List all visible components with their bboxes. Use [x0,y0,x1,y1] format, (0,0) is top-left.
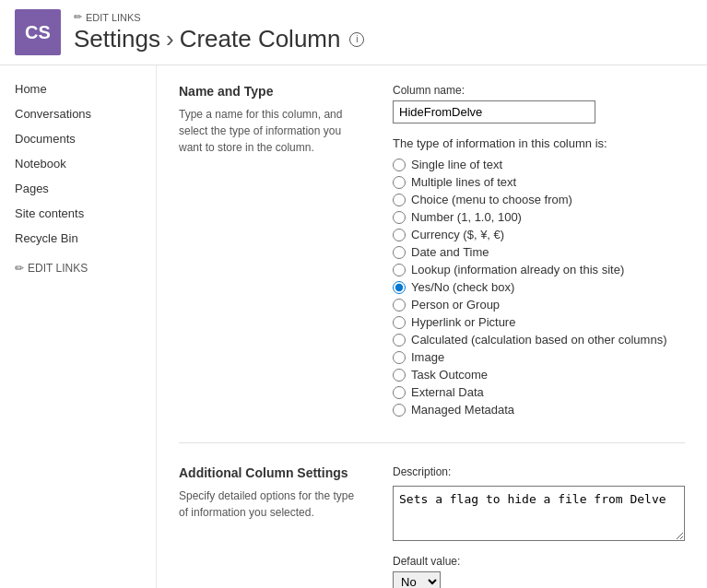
description-label: Description: [393,465,685,478]
name-type-left: Name and Type Type a name for this colum… [179,84,363,420]
additional-settings-left: Additional Column Settings Specify detai… [179,465,363,588]
layout: Home Conversations Documents Notebook Pa… [0,65,707,588]
sidebar-item-documents[interactable]: Documents [0,126,156,151]
sidebar-item-recycle-bin[interactable]: Recycle Bin [0,226,156,251]
radio-group-label: The type of information in this column i… [393,136,685,150]
name-type-desc: Type a name for this column, and select … [179,106,363,156]
name-type-section: Name and Type Type a name for this colum… [179,84,685,420]
radio-managed-metadata-input[interactable] [393,404,406,417]
main-content: Name and Type Type a name for this colum… [157,65,707,588]
radio-task-outcome: Task Outcome [393,368,685,382]
radio-date-time-input[interactable] [393,246,406,259]
column-name-label: Column name: [393,84,685,97]
sidebar-pencil-icon: ✏ [15,262,24,275]
radio-person-group-label: Person or Group [411,298,500,312]
radio-hyperlink: Hyperlink or Picture [393,315,685,329]
radio-lookup-input[interactable] [393,264,406,276]
radio-lookup-label: Lookup (information already on this site… [411,263,624,276]
radio-choice-input[interactable] [393,194,406,206]
additional-settings-title: Additional Column Settings [179,465,363,480]
sidebar-item-home[interactable]: Home [0,76,156,101]
column-name-input[interactable] [393,100,595,123]
title-main: Settings [74,25,160,53]
sidebar-item-conversations[interactable]: Conversations [0,101,156,126]
radio-image-label: Image [411,350,444,364]
radio-task-outcome-input[interactable] [393,369,406,382]
sidebar-item-site-contents[interactable]: Site contents [0,201,156,226]
radio-calculated: Calculated (calculation based on other c… [393,333,685,347]
radio-multi-line: Multiple lines of text [393,175,685,189]
header-edit-links-label: EDIT LINKS [86,12,141,23]
radio-person-group-input[interactable] [393,299,406,312]
radio-external-data-input[interactable] [393,386,406,399]
sidebar-edit-links-label: EDIT LINKS [28,262,88,275]
radio-number-input[interactable] [393,211,406,224]
info-icon[interactable]: i [349,32,364,47]
radio-yes-no-label: Yes/No (check box) [411,280,514,294]
radio-date-time-label: Date and Time [411,245,489,259]
section-divider [179,442,685,443]
sidebar-item-pages[interactable]: Pages [0,176,156,201]
radio-currency: Currency ($, ¥, €) [393,228,685,241]
radio-managed-metadata: Managed Metadata [393,403,685,417]
radio-number: Number (1, 1.0, 100) [393,210,685,224]
radio-person-group: Person or Group [393,298,685,312]
radio-image-input[interactable] [393,351,406,364]
radio-yes-no-input[interactable] [393,281,406,294]
radio-single-line-input[interactable] [393,159,406,171]
radio-hyperlink-input[interactable] [393,316,406,329]
radio-calculated-input[interactable] [393,334,406,347]
radio-single-line: Single line of text [393,158,685,171]
pencil-icon: ✏ [74,11,82,23]
radio-number-label: Number (1, 1.0, 100) [411,210,522,224]
radio-managed-metadata-label: Managed Metadata [411,403,514,417]
name-type-right: Column name: The type of information in … [393,84,685,420]
header-edit-links[interactable]: ✏ EDIT LINKS [74,11,364,23]
sidebar-edit-links[interactable]: ✏ EDIT LINKS [0,254,156,282]
sidebar: Home Conversations Documents Notebook Pa… [0,65,157,588]
radio-currency-label: Currency ($, ¥, €) [411,228,504,241]
title-sub: Create Column [180,25,341,53]
title-separator: › [166,25,174,53]
radio-yes-no: Yes/No (check box) [393,280,685,294]
header-right: ✏ EDIT LINKS Settings › Create Column i [74,11,364,53]
additional-settings-section: Additional Column Settings Specify detai… [179,465,685,588]
radio-external-data: External Data [393,385,685,399]
radio-multi-line-input[interactable] [393,176,406,189]
additional-settings-right: Description: Sets a flag to hide a file … [393,465,685,588]
logo: CS [15,9,61,55]
default-value-select[interactable]: No Yes [393,571,441,588]
radio-calculated-label: Calculated (calculation based on other c… [411,333,667,347]
additional-settings-desc: Specify detailed options for the type of… [179,488,363,521]
radio-hyperlink-label: Hyperlink or Picture [411,315,515,329]
page-title: Settings › Create Column i [74,25,364,53]
radio-external-data-label: External Data [411,385,484,399]
radio-choice: Choice (menu to choose from) [393,193,685,206]
default-value-label: Default value: [393,555,685,568]
radio-task-outcome-label: Task Outcome [411,368,488,382]
radio-lookup: Lookup (information already on this site… [393,263,685,276]
name-type-title: Name and Type [179,84,363,99]
radio-single-line-label: Single line of text [411,158,502,171]
radio-date-time: Date and Time [393,245,685,259]
description-input[interactable]: Sets a flag to hide a file from Delve [393,486,685,541]
radio-multi-line-label: Multiple lines of text [411,175,516,189]
header: CS ✏ EDIT LINKS Settings › Create Column… [0,0,707,65]
radio-choice-label: Choice (menu to choose from) [411,193,572,206]
radio-currency-input[interactable] [393,229,406,241]
radio-image: Image [393,350,685,364]
sidebar-item-notebook[interactable]: Notebook [0,151,156,176]
